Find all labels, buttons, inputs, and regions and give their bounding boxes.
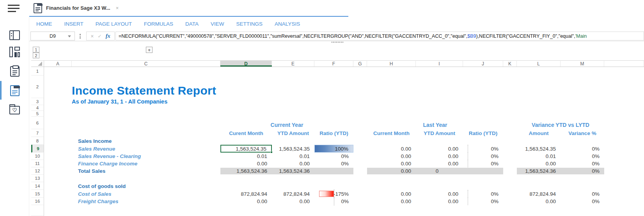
sidebar-item-book[interactable]	[0, 26, 29, 44]
cell-label-cost-of-sales[interactable]: Cost of Sales	[72, 190, 220, 198]
cell-h10[interactable]: 0.00	[367, 153, 416, 160]
header-ly-current-month[interactable]: Current Month	[367, 129, 416, 137]
cell-j16[interactable]: 0%	[463, 198, 503, 205]
column-header-a[interactable]: A	[44, 60, 72, 67]
cell-d9-selected[interactable]: 1,563,524.35	[220, 145, 272, 153]
menu-item-home[interactable]: HOME	[36, 21, 52, 27]
cell-d11[interactable]: 0.00	[220, 160, 272, 167]
column-header-e[interactable]: E	[272, 60, 314, 67]
column-header-blank[interactable]	[604, 60, 644, 67]
header-current-year[interactable]: Current Year	[220, 117, 353, 129]
cell-e10[interactable]: 0.01	[272, 153, 314, 160]
cell-f15-data-bar[interactable]: -175%	[314, 190, 353, 198]
row-header-9[interactable]: 9	[31, 145, 44, 153]
cell-j15[interactable]: 0%	[463, 190, 503, 198]
column-header-g[interactable]: G	[353, 60, 367, 67]
row-header-partial[interactable]	[31, 205, 44, 216]
hamburger-menu-icon[interactable]	[8, 5, 20, 12]
cell-m16[interactable]: 0%	[561, 198, 604, 205]
column-header-h[interactable]: H	[367, 60, 416, 67]
outline-level-1-button[interactable]: 1	[33, 47, 39, 53]
cell-e15[interactable]: 872,824.94	[272, 190, 314, 198]
cell-f16[interactable]: 0%	[314, 198, 353, 205]
cell-e9[interactable]: 1,563,524.35	[272, 145, 314, 153]
cell-i10[interactable]: 0.00	[416, 153, 463, 160]
menu-item-insert[interactable]: INSERT	[64, 21, 83, 27]
outline-level-2-button[interactable]: 2	[33, 53, 39, 58]
cell-i16[interactable]: 0.00	[416, 198, 463, 205]
cell-label-sales-revenue[interactable]: Sales Revenue	[72, 145, 220, 153]
outline-expand-button[interactable]: +	[146, 47, 153, 53]
cell-i11[interactable]: 0.00	[416, 160, 463, 167]
column-header-c[interactable]: C	[72, 60, 220, 67]
cell-l10[interactable]: 0.01	[517, 153, 561, 160]
cell-f11[interactable]: 0%	[314, 160, 353, 167]
cell-l12[interactable]: 1,563,524.36	[517, 167, 561, 175]
cell-f10[interactable]: 0%	[314, 153, 353, 160]
row-header-10[interactable]: 10	[31, 153, 44, 160]
cell-h15[interactable]: 0.00	[367, 190, 416, 198]
cell-i15[interactable]: 0.00	[416, 190, 463, 198]
report-title-cell[interactable]: Income Statement Report	[72, 76, 306, 98]
cell-h16[interactable]: 0.00	[367, 198, 416, 205]
menu-item-settings[interactable]: SETTINGS	[236, 21, 263, 27]
cell-label-freight-charges[interactable]: Freight Charges	[72, 198, 220, 205]
cell-reference-box[interactable]: D9	[30, 32, 75, 40]
insert-function-icon[interactable]: fx	[106, 33, 110, 39]
header-var-amount[interactable]: Amount	[517, 129, 561, 137]
cell-e16[interactable]: 0.00	[272, 198, 314, 205]
row-header-1[interactable]: 1	[31, 67, 44, 76]
cell-cogs-header[interactable]: Cost of goods sold	[72, 182, 220, 190]
row-header-7[interactable]: 7	[31, 129, 44, 137]
header-ly-ytd-amount[interactable]: YTD Amount	[416, 129, 463, 137]
formula-options-dots-icon[interactable]	[80, 32, 81, 40]
cancel-icon[interactable]: ×	[90, 33, 94, 39]
cell-l11[interactable]: 0.00	[517, 160, 561, 167]
menu-item-page-layout[interactable]: PAGE LAYOUT	[96, 21, 132, 27]
cell-m11[interactable]: 0%	[561, 160, 604, 167]
cell-d16[interactable]: 0.00	[220, 198, 272, 205]
header-var-pct[interactable]: Variance %	[561, 129, 604, 137]
row-header-3[interactable]: 3	[31, 98, 44, 105]
menu-item-view[interactable]: VIEW	[211, 21, 224, 27]
cell-d12[interactable]: 1,563,524.36	[220, 167, 272, 175]
cell-j10[interactable]: 0%	[463, 153, 503, 160]
cell-e11[interactable]: 0.00	[272, 160, 314, 167]
column-header-j[interactable]: J	[463, 60, 503, 67]
cell-sales-income[interactable]: Sales Income	[72, 137, 220, 145]
row-header-12[interactable]: 12	[31, 167, 44, 175]
cell-label-sales-revenue-clearing[interactable]: Sales Revenue - Clearing	[72, 153, 220, 160]
menu-item-analysis[interactable]: ANALYSIS	[275, 21, 300, 27]
cell-f9-data-bar[interactable]: 100%	[314, 145, 353, 153]
cell-i9[interactable]: 0.00	[416, 145, 463, 153]
confirm-icon[interactable]: ✓	[98, 33, 102, 39]
header-cy-ratio[interactable]: Ratio (YTD)	[314, 129, 353, 137]
cell-label-total-sales[interactable]: Total Sales	[72, 167, 220, 175]
row-header-11[interactable]: 11	[31, 160, 44, 167]
report-subtitle-cell[interactable]: As of January 31, 1 - All Companies	[72, 98, 306, 105]
cell-l15[interactable]: 872,824.94	[517, 190, 561, 198]
menu-item-data[interactable]: DATA	[185, 21, 199, 27]
row-header-4[interactable]: 4	[31, 105, 44, 111]
cell-h9[interactable]: 0.00	[367, 145, 416, 153]
sidebar-item-dashboard[interactable]	[0, 43, 29, 61]
formula-input[interactable]: =NECFORMULA("CURRENT","490000578","SERVE…	[115, 32, 644, 40]
row-header-15[interactable]: 15	[31, 190, 44, 198]
cell-m15[interactable]: 0%	[561, 190, 604, 198]
column-header-i[interactable]: I	[416, 60, 463, 67]
cell-h11[interactable]: 0.00	[367, 160, 416, 167]
cell-l16[interactable]: 0.00	[517, 198, 561, 205]
row-header-6[interactable]: 6	[31, 117, 44, 129]
column-header-m[interactable]: M	[561, 60, 604, 67]
row-header-13[interactable]: 13	[31, 175, 44, 182]
tab-close-icon[interactable]: ×	[116, 5, 119, 11]
cell-m10[interactable]: 0%	[561, 153, 604, 160]
cell-h12[interactable]: 0.00	[367, 167, 416, 175]
cell-e12[interactable]: 1,563,524.36	[272, 167, 314, 175]
cell-l9[interactable]: 1,563,524.35	[517, 145, 561, 153]
row-header-16[interactable]: 16	[31, 198, 44, 205]
column-header-f[interactable]: F	[314, 60, 353, 67]
chevron-down-icon[interactable]	[68, 35, 71, 37]
column-header-k[interactable]: K	[503, 60, 517, 67]
cell-j9[interactable]: 0%	[463, 145, 503, 153]
